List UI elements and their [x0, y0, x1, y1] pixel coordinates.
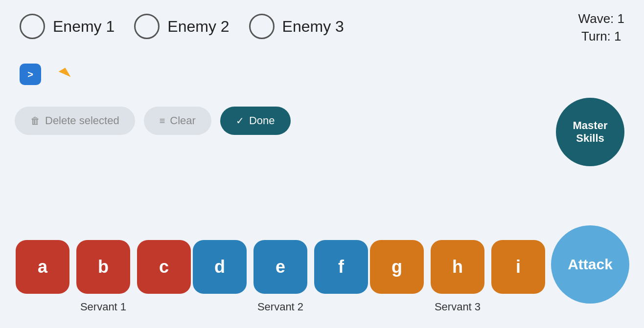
terminal-icon[interactable]: > [20, 64, 41, 85]
delete-selected-button[interactable]: 🗑 Delete selected [15, 107, 135, 135]
servant-2-cards: d e f [193, 240, 368, 294]
enemy-3-label: Enemy 3 [282, 18, 344, 36]
servant-1-card-b[interactable]: b [76, 240, 130, 294]
servant-1-label: Servant 1 [80, 301, 126, 313]
turn-label: Turn: 1 [578, 27, 624, 45]
enemy-1-item: Enemy 1 [20, 14, 115, 39]
servants-area: a b c Servant 1 d e f Servant 2 g h i Se… [15, 240, 546, 313]
attack-label: Attack [568, 256, 613, 273]
done-button[interactable]: ✓ Done [220, 107, 291, 135]
servant-2-card-f[interactable]: f [314, 240, 368, 294]
servant-1-card-a[interactable]: a [16, 240, 69, 294]
servant-3-card-h[interactable]: h [431, 240, 484, 294]
attack-button[interactable]: Attack [551, 225, 629, 304]
servant-3-label: Servant 3 [435, 301, 481, 313]
servant-2-label: Servant 2 [257, 301, 303, 313]
enemy-2-circle [134, 14, 160, 39]
servant-3-card-i[interactable]: i [491, 240, 545, 294]
enemy-2-label: Enemy 2 [167, 18, 229, 36]
action-row: 🗑 Delete selected ≡ Clear ✓ Done [15, 107, 291, 135]
servant-2-card-e[interactable]: e [253, 240, 307, 294]
servant-3-card-g[interactable]: g [370, 240, 424, 294]
checkmark-icon: ✓ [236, 115, 244, 127]
servant-2-card-d[interactable]: d [193, 240, 247, 294]
master-skills-button[interactable]: MasterSkills [556, 98, 624, 166]
terminal-area: > [20, 64, 69, 85]
wave-info: Wave: 1 Turn: 1 [578, 10, 624, 45]
servant-3-cards: g h i [370, 240, 545, 294]
servant-1-group: a b c Servant 1 [15, 240, 192, 313]
enemy-3-item: Enemy 3 [249, 14, 344, 39]
trash-icon: 🗑 [30, 115, 40, 127]
enemy-1-circle [20, 14, 45, 39]
cursor-icon [59, 67, 71, 81]
list-icon: ≡ [160, 115, 165, 127]
clear-button[interactable]: ≡ Clear [144, 107, 211, 135]
enemy-3-circle [249, 14, 275, 39]
enemy-2-item: Enemy 2 [134, 14, 229, 39]
enemy-row: Enemy 1 Enemy 2 Enemy 3 [0, 0, 644, 39]
master-skills-label: MasterSkills [573, 119, 608, 145]
servant-1-card-c[interactable]: c [137, 240, 191, 294]
servant-2-group: d e f Servant 2 [192, 240, 369, 313]
servant-1-cards: a b c [16, 240, 191, 294]
enemy-1-label: Enemy 1 [53, 18, 115, 36]
wave-label: Wave: 1 [578, 10, 624, 27]
servant-3-group: g h i Servant 3 [369, 240, 546, 313]
